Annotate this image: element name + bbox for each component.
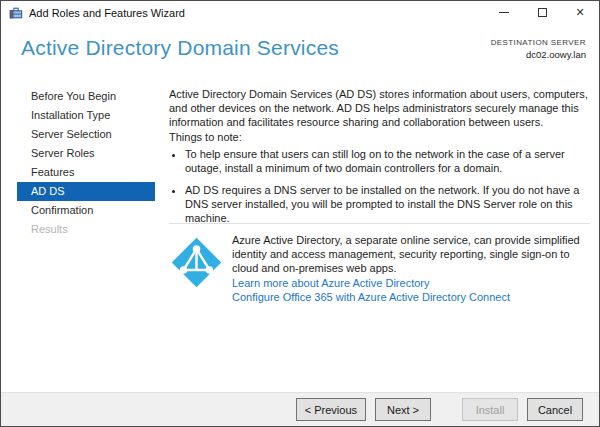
intro-paragraph: Active Directory Domain Services (AD DS)… [169, 87, 590, 129]
section-divider [169, 223, 590, 224]
note-item: To help ensure that users can still log … [185, 147, 585, 175]
notes-list: To help ensure that users can still log … [173, 147, 585, 233]
wizard-app-icon [9, 6, 23, 20]
note-item: AD DS requires a DNS server to be instal… [185, 183, 585, 225]
titlebar: Add Roles and Features Wizard ✕ [1, 1, 599, 24]
page-title: Active Directory Domain Services [21, 36, 339, 60]
sidebar-item-installation-type[interactable]: Installation Type [17, 106, 155, 125]
link-configure-office-365[interactable]: Configure Office 365 with Azure Active D… [232, 290, 590, 304]
wizard-header: Active Directory Domain Services DESTINA… [1, 24, 599, 81]
window-title: Add Roles and Features Wizard [29, 7, 185, 19]
things-to-note-heading: Things to note: [169, 131, 242, 143]
previous-button[interactable]: < Previous [296, 398, 366, 421]
minimize-icon[interactable] [485, 1, 523, 24]
sidebar-item-confirmation[interactable]: Confirmation [17, 201, 155, 220]
cancel-button[interactable]: Cancel [527, 398, 583, 421]
sidebar-item-results: Results [17, 220, 155, 239]
sidebar-item-features[interactable]: Features [17, 163, 155, 182]
sidebar-item-ad-ds[interactable]: AD DS [17, 182, 155, 201]
sidebar-item-server-selection[interactable]: Server Selection [17, 125, 155, 144]
destination-server-value: dc02.oowy.lan [491, 49, 586, 60]
sidebar-item-server-roles[interactable]: Server Roles [17, 144, 155, 163]
azure-description: Azure Active Directory, a separate onlin… [232, 233, 590, 275]
wizard-footer: < Previous Next > Install Cancel [1, 392, 599, 426]
next-button[interactable]: Next > [375, 398, 431, 421]
azure-active-directory-icon [169, 235, 224, 290]
link-learn-more-azure-ad[interactable]: Learn more about Azure Active Directory [232, 276, 590, 290]
destination-server-label: DESTINATION SERVER [491, 38, 586, 47]
destination-server-block: DESTINATION SERVER dc02.oowy.lan [491, 38, 586, 60]
install-button: Install [462, 398, 518, 421]
wizard-steps-sidebar: Before You Begin Installation Type Serve… [1, 87, 161, 239]
close-icon[interactable]: ✕ [561, 1, 599, 24]
add-roles-wizard-window: Add Roles and Features Wizard ✕ Active D… [0, 0, 600, 427]
maximize-icon[interactable] [523, 1, 561, 24]
azure-ad-section: Azure Active Directory, a separate onlin… [169, 233, 590, 304]
sidebar-item-before-you-begin[interactable]: Before You Begin [17, 87, 155, 106]
